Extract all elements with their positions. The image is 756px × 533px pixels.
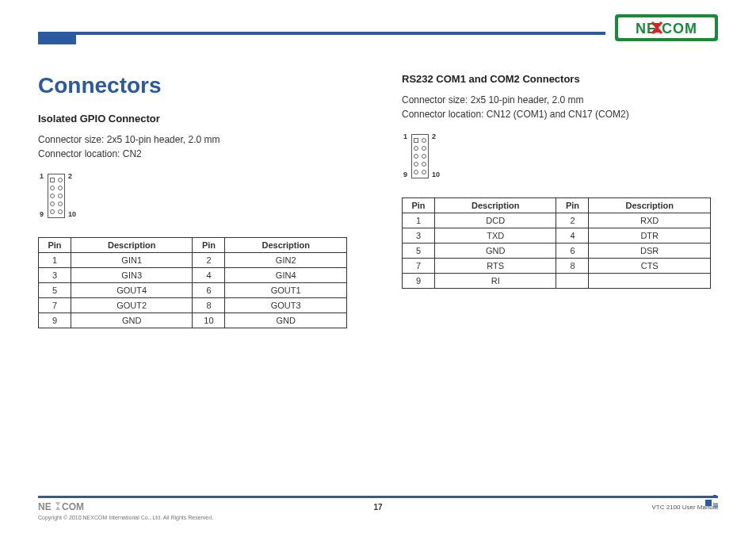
left-pin-diagram: 1 2 9 10 xyxy=(38,172,101,223)
pin-label-10: 10 xyxy=(432,171,440,178)
left-connector-info: Connector size: 2x5 10-pin header, 2.0 m… xyxy=(38,132,354,161)
table-cell: GOUT1 xyxy=(225,283,347,298)
table-header-row: Pin Description Pin Description xyxy=(39,238,347,253)
pin-label-1: 1 xyxy=(403,132,407,140)
table-row: 1DCD2RXD xyxy=(403,213,711,228)
table-cell: DTR xyxy=(589,228,711,243)
svg-text:NE: NE xyxy=(38,501,52,512)
table-cell: GIN2 xyxy=(225,253,347,268)
table-cell: DSR xyxy=(589,243,711,259)
table-row: 3TXD4DTR xyxy=(403,228,711,243)
table-cell: RXD xyxy=(589,213,711,228)
table-cell: 9 xyxy=(403,274,435,289)
table-row: 5GND6DSR xyxy=(403,243,711,259)
table-cell: GND xyxy=(434,243,556,259)
table-cell: 2 xyxy=(556,213,589,228)
table-cell: GOUT3 xyxy=(225,298,347,313)
doc-ref: VTC 2100 User Manual xyxy=(651,504,718,511)
pin-label-1: 1 xyxy=(40,172,44,180)
page-title: Connectors xyxy=(38,73,354,98)
table-cell: 10 xyxy=(193,313,225,328)
table-cell: GND xyxy=(225,313,347,328)
table-cell: 7 xyxy=(39,298,71,313)
table-cell: GOUT2 xyxy=(71,298,193,313)
right-pin-table: Pin Description Pin Description 1DCD2RXD… xyxy=(402,197,711,289)
table-cell: RTS xyxy=(434,259,556,274)
header-accent-block xyxy=(38,35,76,44)
table-row: 7GOUT28GOUT3 xyxy=(39,298,347,313)
right-column: RS232 COM1 and COM2 Connectors Connector… xyxy=(402,73,718,328)
table-cell: RI xyxy=(434,274,556,289)
table-cell: 4 xyxy=(556,228,589,243)
pin-label-2: 2 xyxy=(432,132,436,140)
right-connector-info: Connector size: 2x5 10-pin header, 2.0 m… xyxy=(402,93,718,121)
table-row: 3GIN34GIN4 xyxy=(39,268,347,283)
table-cell: 7 xyxy=(403,259,435,274)
table-cell: 2 xyxy=(193,253,225,268)
table-header-row: Pin Description Pin Description xyxy=(403,198,711,213)
table-cell: GIN3 xyxy=(71,268,193,283)
svg-text:COM: COM xyxy=(62,501,84,512)
left-subtitle: Isolated GPIO Connector xyxy=(38,113,354,125)
table-cell: 6 xyxy=(193,283,225,298)
table-cell: 3 xyxy=(39,268,71,283)
table-cell: 9 xyxy=(39,313,71,328)
page-footer: NE COM 17 VTC 2100 User Manual Copyright… xyxy=(38,496,718,520)
table-cell xyxy=(556,274,589,289)
header-rule xyxy=(38,32,605,35)
table-row: 9GND10GND xyxy=(39,313,347,328)
table-cell: 8 xyxy=(556,259,589,274)
table-cell: 6 xyxy=(556,243,589,259)
table-cell xyxy=(589,274,711,289)
table-cell: CTS xyxy=(589,259,711,274)
right-subtitle: RS232 COM1 and COM2 Connectors xyxy=(402,73,718,85)
right-pin-diagram: 1 2 9 10 xyxy=(402,132,465,183)
table-cell: GOUT4 xyxy=(71,283,193,298)
pin-label-10: 10 xyxy=(68,210,76,218)
table-cell: 5 xyxy=(39,283,71,298)
table-row: 9RI xyxy=(403,274,711,289)
table-row: 1GIN12GIN2 xyxy=(39,253,347,268)
table-cell: GND xyxy=(71,313,193,328)
brand-logo-footer: NE COM xyxy=(38,500,94,514)
table-cell: 5 xyxy=(403,243,435,259)
table-cell: TXD xyxy=(434,228,556,243)
pin-label-9: 9 xyxy=(403,171,407,178)
table-row: 7RTS8CTS xyxy=(403,259,711,274)
pin-label-2: 2 xyxy=(68,172,72,180)
table-cell: 1 xyxy=(39,253,71,268)
right-loc-text: Connector location: CN12 (COM1) and CN17… xyxy=(402,107,718,121)
left-pin-table: Pin Description Pin Description 1GIN12GI… xyxy=(38,237,347,328)
brand-logo-top: NE COM xyxy=(615,14,718,41)
pin-label-9: 9 xyxy=(40,210,44,218)
footer-rule xyxy=(38,496,718,498)
svg-marker-11 xyxy=(55,502,60,510)
table-cell: 3 xyxy=(403,228,435,243)
right-size-text: Connector size: 2x5 10-pin header, 2.0 m… xyxy=(402,93,718,107)
table-cell: GIN4 xyxy=(225,268,347,283)
copyright-text: Copyright © 2010 NEXCOM International Co… xyxy=(38,515,718,520)
left-loc-text: Connector location: CN2 xyxy=(38,147,354,161)
table-cell: 1 xyxy=(403,213,435,228)
left-column: Connectors Isolated GPIO Connector Conne… xyxy=(38,73,354,328)
left-size-text: Connector size: 2x5 10-pin header, 2.0 m… xyxy=(38,132,354,147)
svg-text:NE COM: NE COM xyxy=(636,21,697,36)
table-cell: 4 xyxy=(193,268,225,283)
table-row: 5GOUT46GOUT1 xyxy=(39,283,347,298)
table-cell: GIN1 xyxy=(71,253,193,268)
table-cell: 8 xyxy=(193,298,225,313)
page-number: 17 xyxy=(373,503,382,512)
table-cell: DCD xyxy=(434,213,556,228)
